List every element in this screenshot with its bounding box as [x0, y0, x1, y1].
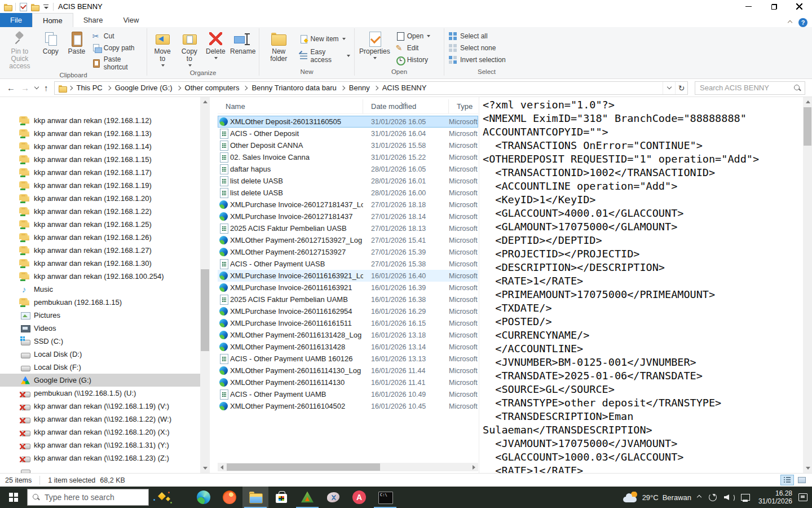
invert-selection-button[interactable]: Invert selection — [447, 55, 508, 65]
sidebar-item[interactable]: kkp anwar dan rekan (192.168.1.19) — [0, 179, 200, 192]
taskbar-app-button[interactable] — [242, 487, 268, 508]
sidebar-item[interactable]: SSD (C:) — [0, 335, 200, 348]
up-button[interactable]: ↑ — [44, 83, 48, 93]
search-input[interactable]: Search ACIS BENNY — [695, 81, 805, 95]
scroll-right-icon[interactable] — [470, 463, 478, 471]
breadcrumb-segment[interactable]: Benny Triantoro data baru — [248, 84, 340, 92]
file-row[interactable]: 02. Sales Invoice Canna 31/01/2026 15.22… — [218, 151, 478, 163]
file-row[interactable]: XMLPurchase Invoice-260127181437_Log 27/… — [218, 199, 478, 211]
breadcrumb-segment[interactable]: Google Drive (G:) — [111, 84, 176, 92]
pin-to-quick-access-button[interactable]: Pin to Quick access — [2, 29, 37, 71]
breadcrumb-segment[interactable]: This PC — [73, 84, 107, 92]
tab-file[interactable]: File — [0, 13, 32, 27]
scroll-up-icon[interactable] — [803, 97, 812, 107]
file-row[interactable]: XMLOther Payment-260116114130_Log 16/01/… — [218, 365, 478, 376]
copy-button[interactable]: Copy — [38, 29, 63, 56]
preview-scrollbar[interactable] — [803, 97, 812, 473]
thumbnail-view-toggle[interactable] — [795, 475, 809, 485]
refresh-button[interactable]: ↻ — [675, 82, 687, 94]
sidebar-item[interactable]: Music — [0, 283, 200, 296]
sidebar-item[interactable]: kkp anwar dan rekan (192.168.1.25) — [0, 218, 200, 231]
new-folder-button[interactable]: New folder — [262, 29, 296, 64]
scroll-down-icon[interactable] — [803, 463, 812, 473]
file-row[interactable]: daftar hapus 28/01/2026 16.05 Microsoft — [218, 163, 478, 175]
file-row[interactable]: XMLPurchase Invoice-260116163921 16/01/2… — [218, 282, 478, 294]
sidebar-item[interactable]: kkp anwar dan rekan (\\192.168.1.23) (Z:… — [0, 452, 200, 465]
file-row[interactable]: ACIS - Other Payment UASB 27/01/2026 15.… — [218, 258, 478, 270]
move-to-button[interactable]: Move to — [149, 29, 175, 69]
qat-customize-icon[interactable] — [42, 2, 50, 11]
volume-icon[interactable] — [723, 492, 735, 503]
taskbar-search-input[interactable]: Type here to search — [27, 489, 149, 506]
sidebar-item[interactable]: kkp anwar dan rekan (192.168.1.17) — [0, 166, 200, 179]
sidebar-item[interactable]: kkp anwar dan rekan (192.168.1.26) — [0, 231, 200, 244]
breadcrumb-segment[interactable]: Other computers — [181, 84, 244, 92]
taskbar-app-button[interactable]: C:\ — [372, 487, 398, 508]
file-row[interactable]: XMLOther Deposit-260131160505 31/01/2026… — [218, 116, 478, 128]
file-row[interactable]: XMLOther Payment-260116114130 16/01/2026… — [218, 376, 478, 388]
sidebar-item[interactable]: Local Disk (D:) — [0, 348, 200, 361]
properties-button[interactable]: Properties — [357, 29, 392, 62]
file-row[interactable]: XMLOther Payment-260116131428_Log 16/01/… — [218, 329, 478, 341]
weather-widget[interactable]: 29°C Berawan — [623, 492, 691, 503]
file-row[interactable]: ACIS - Other Payment UAMB 160126 16/01/2… — [218, 353, 478, 365]
breadcrumb-segment[interactable]: Benny — [345, 84, 374, 92]
network-icon[interactable] — [740, 492, 751, 503]
cut-button[interactable]: Cut — [90, 31, 144, 41]
open-button[interactable]: Open — [394, 31, 432, 41]
sidebar-scrollbar[interactable] — [200, 97, 210, 473]
column-header-type[interactable]: Type — [449, 99, 478, 113]
copy-to-button[interactable]: Copy to — [176, 29, 202, 69]
recent-locations-icon[interactable] — [34, 85, 39, 89]
file-row[interactable]: Other Deposit CANNA 31/01/2026 15.58 Mic… — [218, 139, 478, 151]
ribbon-tab[interactable]: Home — [32, 13, 73, 27]
select-none-button[interactable]: Select none — [447, 43, 508, 53]
new-item-button[interactable]: New item — [297, 34, 352, 44]
ribbon-tab[interactable]: Share — [73, 13, 113, 27]
file-row[interactable]: XMLOther Payment-260116104502 16/01/2026… — [218, 400, 478, 412]
sidebar-item[interactable]: kkp anwar dan rekan (\\192.168.1.31) (Y:… — [0, 439, 200, 452]
action-center-icon[interactable] — [797, 492, 809, 503]
forward-button[interactable]: → — [21, 83, 29, 93]
details-view-toggle[interactable] — [780, 475, 794, 485]
ribbon-tab[interactable]: View — [113, 13, 149, 27]
minimize-button[interactable] — [736, 0, 761, 13]
taskbar-app-button[interactable] — [320, 487, 346, 508]
file-row[interactable]: XMLPurchase Invoice-260116162954 16/01/2… — [218, 305, 478, 317]
back-button[interactable]: ← — [7, 83, 15, 93]
search-highlights-icon[interactable] — [149, 487, 175, 508]
file-row[interactable]: XMLOther Payment-260127153927_Log 27/01/… — [218, 234, 478, 246]
file-row[interactable]: list delete UASB 28/01/2026 16.00 Micros… — [218, 187, 478, 199]
copy-path-button[interactable]: Copy path — [90, 43, 144, 53]
sidebar-item[interactable]: kkp anwar dan rekan (\\192.168.1.20) (X:… — [0, 426, 200, 439]
sidebar-item[interactable]: kkp anwar dan rekan (192.168.1.12) — [0, 114, 200, 127]
address-dropdown-button[interactable] — [663, 82, 675, 94]
preview-scrollbar-thumb[interactable] — [804, 107, 811, 146]
file-row[interactable]: 2025 ACIS Faktur Pembelian UAMB 16/01/20… — [218, 294, 478, 305]
restore-button[interactable] — [761, 0, 787, 13]
horizontal-scrollbar-thumb[interactable] — [227, 463, 380, 471]
sidebar-item[interactable]: Videos — [0, 322, 200, 335]
sidebar-item[interactable]: kkp anwar dan rekan (192.168.1.30) — [0, 257, 200, 270]
start-button[interactable] — [0, 487, 27, 508]
file-row[interactable]: XMLOther Payment-260116131428 16/01/2026… — [218, 341, 478, 353]
sidebar-item[interactable]: Pictures — [0, 309, 200, 322]
taskbar-clock[interactable]: 16.28 31/01/2026 — [756, 489, 792, 505]
sync-tray-icon[interactable] — [707, 492, 718, 503]
sidebar-item[interactable]: kkp anwar dan rekan (192.168.1.14) — [0, 140, 200, 153]
column-header-date-modified[interactable]: Date modified — [363, 99, 449, 113]
taskbar-app-button[interactable]: A — [346, 487, 372, 508]
sidebar-scrollbar-thumb[interactable] — [201, 269, 209, 351]
file-row[interactable]: 2025 ACIS Faktur Pembelian UASB 27/01/20… — [218, 222, 478, 234]
file-row[interactable]: ACIS - Other Deposit 31/01/2026 16.04 Mi… — [218, 128, 478, 139]
sidebar-item[interactable]: pembukuan (192.168.1.15) — [0, 296, 200, 309]
sidebar-item[interactable]: Google Drive (G:) — [0, 374, 200, 387]
file-row[interactable]: ACIS - Other Payment UAMB 16/01/2026 10.… — [218, 388, 478, 400]
paste-shortcut-button[interactable]: Paste shortcut — [90, 55, 144, 72]
taskbar-app-button[interactable] — [268, 487, 294, 508]
sidebar-item[interactable]: Local Disk (F:) — [0, 361, 200, 374]
taskbar-app-button[interactable] — [191, 487, 217, 508]
sidebar-item[interactable]: kkp anwar dan rekan (\\192.168.1.19) (V:… — [0, 400, 200, 413]
qat-properties-icon[interactable] — [19, 2, 28, 11]
taskbar-app-button[interactable] — [294, 487, 320, 508]
